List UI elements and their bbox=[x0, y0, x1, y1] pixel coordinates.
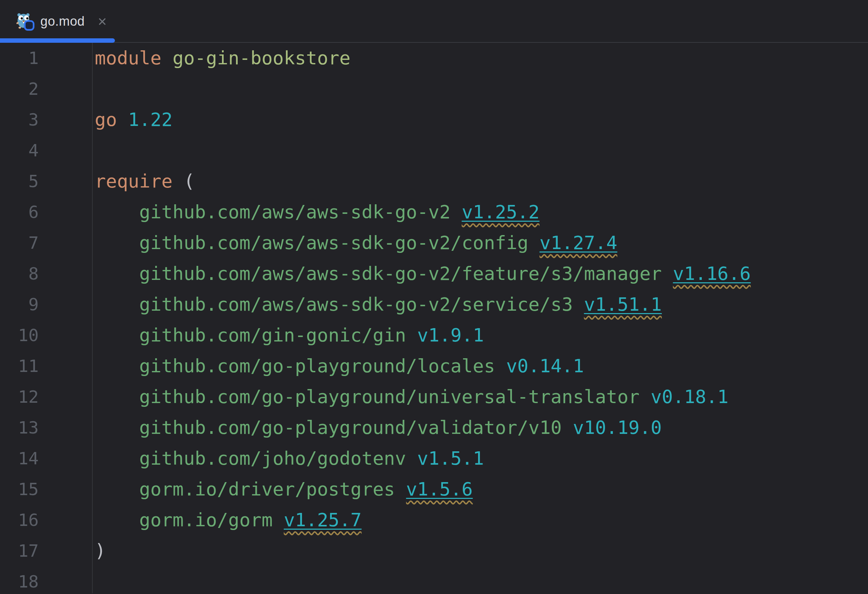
code-line[interactable]: gorm.io/driver/postgres v1.5.6 bbox=[95, 474, 868, 505]
code-segment-paren: ) bbox=[95, 540, 106, 561]
ide-window: go.mod 123456789101112131415161718 modul… bbox=[0, 0, 868, 594]
code-segment-plain bbox=[573, 294, 584, 315]
line-number: 3 bbox=[0, 104, 38, 135]
code-line[interactable]: github.com/go-playground/locales v0.14.1 bbox=[95, 351, 868, 381]
code-segment-path: github.com/go-playground/validator/v10 bbox=[139, 417, 562, 438]
code-line[interactable]: github.com/joho/godotenv v1.5.1 bbox=[95, 443, 868, 474]
line-number: 16 bbox=[0, 505, 38, 535]
code-line[interactable]: require ( bbox=[95, 166, 868, 197]
code-segment-plain bbox=[95, 355, 139, 377]
code-segment-plain bbox=[495, 355, 506, 377]
code-segment-version: v10.19.0 bbox=[573, 417, 662, 438]
code-segment-keyword: go bbox=[95, 109, 117, 130]
line-number: 11 bbox=[0, 351, 38, 381]
code-line[interactable] bbox=[95, 566, 868, 594]
code-segment-plain bbox=[95, 448, 139, 469]
code-segment-path: github.com/aws/aws-sdk-go-v2/feature/s3/… bbox=[139, 263, 662, 284]
code-segment-plain bbox=[95, 232, 139, 254]
go-mod-file-icon bbox=[16, 12, 35, 31]
code-line[interactable]: github.com/aws/aws-sdk-go-v2/service/s3 … bbox=[95, 289, 868, 320]
code-segment-path: gorm.io/driver/postgres bbox=[139, 478, 395, 500]
line-number-gutter: 123456789101112131415161718 bbox=[0, 43, 93, 593]
code-line[interactable]: ) bbox=[95, 535, 868, 566]
line-number: 14 bbox=[0, 443, 38, 474]
code-segment-plain bbox=[639, 386, 651, 408]
line-number: 4 bbox=[0, 135, 38, 166]
code-line[interactable] bbox=[95, 135, 868, 166]
code-segment-plain bbox=[662, 263, 673, 284]
code-segment-keyword: module bbox=[95, 47, 161, 69]
code-segment-plain bbox=[117, 109, 128, 130]
code-segment-plain bbox=[95, 201, 139, 223]
line-number: 17 bbox=[0, 535, 38, 566]
code-segment-plain bbox=[95, 417, 139, 438]
line-number: 12 bbox=[0, 381, 38, 412]
editor-tab-bar: go.mod bbox=[0, 0, 868, 43]
code-segment-path: github.com/aws/aws-sdk-go-v2 bbox=[139, 201, 450, 223]
code-segment-plain bbox=[562, 417, 573, 438]
code-segment-paren: ( bbox=[184, 170, 195, 192]
active-tab-indicator bbox=[0, 38, 115, 43]
code-segment-plain bbox=[161, 47, 173, 69]
code-segment-version: 1.22 bbox=[128, 109, 173, 130]
dependency-version-warning[interactable]: v1.5.6 bbox=[406, 478, 472, 500]
line-number: 5 bbox=[0, 166, 38, 197]
code-segment-plain bbox=[95, 324, 139, 346]
line-number: 6 bbox=[0, 197, 38, 228]
code-segment-plain bbox=[173, 170, 184, 192]
tab-title: go.mod bbox=[40, 14, 85, 29]
code-segment-plain bbox=[95, 478, 139, 500]
line-number: 1 bbox=[0, 43, 38, 74]
code-segment-plain bbox=[406, 448, 417, 469]
code-area[interactable]: module go-gin-bookstorego 1.22require ( … bbox=[93, 43, 868, 593]
code-segment-plain bbox=[95, 294, 139, 315]
code-segment-path: github.com/joho/godotenv bbox=[139, 448, 406, 469]
code-line[interactable]: gorm.io/gorm v1.25.7 bbox=[95, 505, 868, 535]
code-segment-plain bbox=[95, 263, 139, 284]
editor: 123456789101112131415161718 module go-gi… bbox=[0, 43, 868, 593]
dependency-version-warning[interactable]: v1.16.6 bbox=[673, 263, 751, 284]
code-segment-path: github.com/aws/aws-sdk-go-v2/service/s3 bbox=[139, 294, 573, 315]
code-line[interactable]: github.com/gin-gonic/gin v1.9.1 bbox=[95, 320, 868, 351]
line-number: 10 bbox=[0, 320, 38, 351]
code-segment-path: github.com/aws/aws-sdk-go-v2/config bbox=[139, 232, 528, 254]
line-number: 9 bbox=[0, 289, 38, 320]
code-line[interactable]: github.com/aws/aws-sdk-go-v2/config v1.2… bbox=[95, 228, 868, 259]
code-segment-version: v0.18.1 bbox=[651, 386, 729, 408]
code-line[interactable] bbox=[95, 74, 868, 104]
code-segment-plain bbox=[95, 386, 139, 408]
line-number: 7 bbox=[0, 228, 38, 259]
code-segment-version: v1.9.1 bbox=[417, 324, 484, 346]
code-line[interactable]: go 1.22 bbox=[95, 104, 868, 135]
code-segment-version: v1.5.1 bbox=[417, 448, 484, 469]
line-number: 13 bbox=[0, 412, 38, 443]
line-number: 18 bbox=[0, 566, 38, 594]
code-line[interactable]: github.com/aws/aws-sdk-go-v2 v1.25.2 bbox=[95, 197, 868, 228]
code-segment-path: github.com/go-playground/locales bbox=[139, 355, 495, 377]
code-segment-plain bbox=[395, 478, 406, 500]
code-line[interactable]: module go-gin-bookstore bbox=[95, 43, 868, 74]
code-line[interactable]: github.com/go-playground/validator/v10 v… bbox=[95, 412, 868, 443]
code-segment-path: gorm.io/gorm bbox=[139, 509, 273, 531]
code-segment-path: github.com/go-playground/universal-trans… bbox=[139, 386, 639, 408]
code-segment-version: v0.14.1 bbox=[506, 355, 584, 377]
dependency-version-warning[interactable]: v1.25.7 bbox=[284, 509, 362, 531]
code-segment-path: github.com/gin-gonic/gin bbox=[139, 324, 406, 346]
code-line[interactable]: github.com/aws/aws-sdk-go-v2/feature/s3/… bbox=[95, 259, 868, 289]
tab-go-mod[interactable]: go.mod bbox=[0, 0, 115, 43]
line-number: 8 bbox=[0, 259, 38, 289]
code-segment-plain bbox=[450, 201, 462, 223]
dependency-version-warning[interactable]: v1.25.2 bbox=[462, 201, 540, 223]
dependency-version-warning[interactable]: v1.27.4 bbox=[539, 232, 617, 254]
code-line[interactable]: github.com/go-playground/universal-trans… bbox=[95, 381, 868, 412]
code-segment-module: go-gin-bookstore bbox=[173, 47, 351, 69]
close-icon[interactable] bbox=[96, 16, 108, 27]
code-segment-plain bbox=[406, 324, 417, 346]
code-segment-keyword: require bbox=[95, 170, 173, 192]
code-segment-plain bbox=[95, 509, 139, 531]
code-segment-plain bbox=[528, 232, 540, 254]
line-number: 15 bbox=[0, 474, 38, 505]
dependency-version-warning[interactable]: v1.51.1 bbox=[584, 294, 662, 315]
line-number: 2 bbox=[0, 74, 38, 104]
code-segment-plain bbox=[273, 509, 284, 531]
